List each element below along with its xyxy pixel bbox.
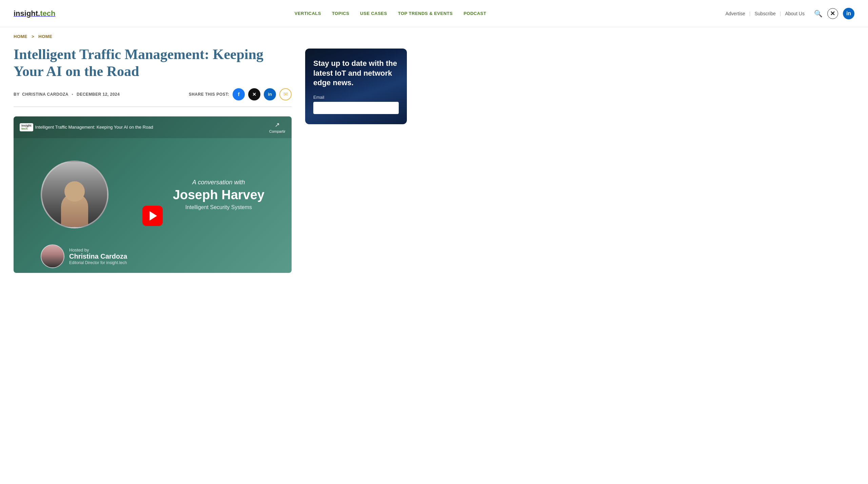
main-container: Intelligent Traffic Management: Keeping … — [0, 42, 475, 286]
video-title-text: Intelligent Traffic Management: Keeping … — [35, 125, 153, 130]
link-divider-2: | — [780, 11, 781, 16]
video-share-icon: ↗ — [275, 121, 280, 129]
share-facebook-button[interactable]: f — [233, 88, 245, 100]
guest-company: Intelligent Security Systems — [173, 204, 264, 210]
breadcrumb-home1[interactable]: HOME — [14, 34, 27, 39]
video-logo-box: insighttech — [20, 123, 33, 131]
play-icon — [150, 211, 157, 221]
newsletter-title: Stay up to date with the latest IoT and … — [313, 59, 399, 88]
site-logo[interactable]: insight.tech — [14, 9, 55, 18]
sidebar: Stay up to date with the latest IoT and … — [305, 46, 407, 273]
video-thumbnail[interactable]: insighttech Intelligent Traffic Manageme… — [14, 116, 292, 273]
author-prefix: BY — [14, 92, 19, 97]
meta-row: BY CHRISTINA CARDOZA • DECEMBER 12, 2024… — [14, 88, 292, 100]
twitter-x-icon[interactable]: ✕ — [827, 8, 838, 19]
guest-name: Joseph Harvey — [173, 188, 264, 202]
video-share-text: Compartir — [269, 129, 285, 133]
header-social-icons: 🔍 ✕ in — [814, 8, 854, 19]
header-secondary-links: Advertise | Subscribe | About Us — [725, 11, 805, 16]
link-divider-1: | — [749, 11, 751, 16]
nav-top-trends[interactable]: TOP TRENDS & EVENTS — [398, 11, 453, 16]
video-logo: insighttech Intelligent Traffic Manageme… — [20, 123, 153, 131]
video-top-bar: insighttech Intelligent Traffic Manageme… — [14, 116, 292, 138]
meta-separator: • — [72, 92, 73, 97]
author-info: BY CHRISTINA CARDOZA • DECEMBER 12, 2024 — [14, 92, 120, 97]
nav-use-cases[interactable]: USE CASES — [360, 11, 387, 16]
article-title: Intelligent Traffic Management: Keeping … — [14, 46, 292, 80]
email-icon: ✉ — [283, 91, 288, 97]
main-nav: VERTICALS TOPICS USE CASES TOP TRENDS & … — [295, 11, 486, 16]
linkedin-share-icon: in — [268, 92, 272, 97]
article-area: Intelligent Traffic Management: Keeping … — [14, 46, 292, 273]
share-linkedin-button[interactable]: in — [264, 88, 276, 100]
linkedin-icon[interactable]: in — [843, 8, 854, 19]
video-guest-info: A conversation with Joseph Harvey Intell… — [173, 179, 264, 210]
logo-main: insight. — [14, 9, 40, 18]
x-icon: ✕ — [252, 92, 256, 97]
header-right: Advertise | Subscribe | About Us 🔍 ✕ in — [725, 8, 854, 19]
share-twitter-button[interactable]: ✕ — [248, 88, 260, 100]
email-label: Email — [313, 95, 399, 100]
share-email-button[interactable]: ✉ — [279, 88, 292, 100]
breadcrumb-home2[interactable]: HOME — [38, 34, 52, 39]
search-icon[interactable]: 🔍 — [814, 10, 823, 18]
breadcrumb: HOME > HOME — [0, 27, 868, 42]
subscribe-link[interactable]: Subscribe — [754, 11, 775, 16]
facebook-icon: f — [238, 91, 240, 97]
article-date: DECEMBER 12, 2024 — [77, 92, 120, 97]
nav-podcast[interactable]: PODCAST — [463, 11, 486, 16]
newsletter-widget: Stay up to date with the latest IoT and … — [305, 49, 407, 124]
email-input[interactable] — [313, 102, 399, 114]
share-row: SHARE THIS POST: f ✕ in ✉ — [189, 88, 292, 100]
hosted-by-label: Hosted by — [69, 247, 127, 253]
host-title: Editorial Director for insight.tech — [69, 260, 127, 265]
nav-verticals[interactable]: VERTICALS — [295, 11, 321, 16]
host-section: Hosted by Christina Cardoza Editorial Di… — [41, 244, 127, 268]
video-logo-accent: tech — [21, 127, 28, 130]
author-name: CHRISTINA CARDOZA — [22, 92, 68, 97]
nav-topics[interactable]: TOPICS — [332, 11, 349, 16]
about-link[interactable]: About Us — [785, 11, 805, 16]
content-divider — [14, 107, 292, 107]
guest-photo — [41, 161, 108, 228]
host-photo — [41, 244, 64, 268]
host-name: Christina Cardoza — [69, 253, 127, 260]
host-info: Hosted by Christina Cardoza Editorial Di… — [69, 247, 127, 265]
video-share-button[interactable]: ↗ Compartir — [269, 121, 285, 133]
logo-accent: tech — [40, 9, 55, 18]
advertise-link[interactable]: Advertise — [725, 11, 745, 16]
share-label: SHARE THIS POST: — [189, 92, 229, 97]
play-button[interactable] — [142, 206, 163, 226]
breadcrumb-separator: > — [32, 34, 34, 39]
conversation-label: A conversation with — [173, 179, 264, 186]
